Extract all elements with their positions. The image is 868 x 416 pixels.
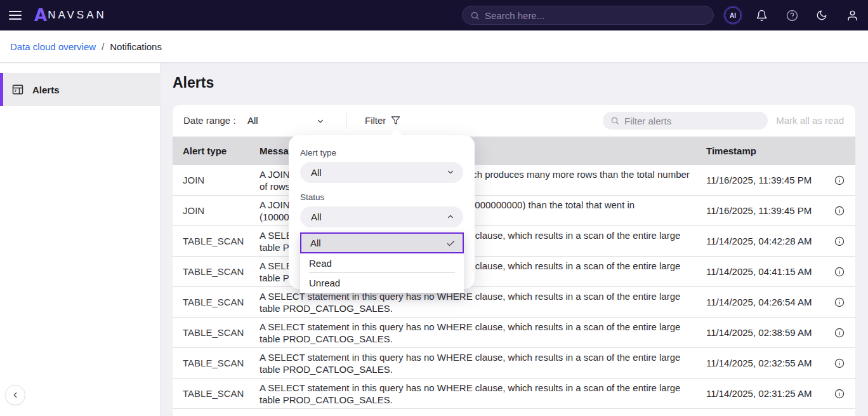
- app-logo[interactable]: A NAVSAN: [34, 0, 107, 30]
- info-icon[interactable]: [834, 358, 845, 368]
- table-row: JOIN A JOIN in this query joins on colum…: [173, 165, 855, 196]
- chevron-down-icon[interactable]: [316, 117, 325, 128]
- table-row: TABLE_SCAN A SELECT statement in this qu…: [173, 257, 855, 287]
- check-icon: [446, 239, 456, 250]
- mark-all-as-read-button[interactable]: Mark all as read: [776, 105, 844, 137]
- alert-timestamp-cell: 11/16/2025, 11:39:45 PM: [706, 165, 812, 196]
- filter-alerts-placeholder: Filter alerts: [624, 116, 671, 126]
- info-icon[interactable]: [834, 328, 845, 338]
- toolbar-divider: [346, 112, 346, 129]
- popup-status-label: Status: [300, 192, 324, 202]
- funnel-icon[interactable]: [391, 116, 400, 128]
- status-option[interactable]: Read: [300, 253, 464, 273]
- table-row: JOIN A JOIN in this query produces many …: [173, 196, 855, 226]
- alert-type-cell: TABLE_SCAN: [183, 379, 244, 409]
- main-content: Alerts Date range : All Filter Filter al…: [161, 63, 868, 416]
- alert-timestamp-cell: 11/14/2025, 04:41:15 AM: [706, 257, 812, 287]
- date-range-select[interactable]: All: [247, 105, 258, 137]
- breadcrumb-separator: /: [102, 41, 104, 52]
- logo-initial: A: [34, 7, 47, 23]
- info-icon[interactable]: [834, 175, 845, 185]
- alert-type-cell: TABLE_SCAN: [183, 226, 244, 257]
- alert-type-cell: TABLE_SCAN: [183, 348, 244, 379]
- page-title: Alerts: [173, 74, 214, 91]
- sidebar-item-label: Alerts: [32, 84, 60, 95]
- popup-alert-type-label: Alert type: [300, 148, 336, 158]
- status-options-listbox: All Read Unread: [300, 232, 464, 293]
- alert-type-cell: TABLE_SCAN: [183, 257, 244, 287]
- menu-icon[interactable]: [9, 9, 23, 22]
- popup-alert-type-select[interactable]: All: [300, 162, 463, 183]
- status-option[interactable]: All: [300, 232, 464, 253]
- alert-message-cell: A SELECT statement in this query has no …: [260, 382, 699, 406]
- top-navbar: A NAVSAN Search here... AI: [0, 0, 868, 30]
- alert-timestamp-cell: 11/14/2025, 04:42:28 AM: [706, 226, 812, 257]
- chevron-up-icon: [446, 212, 455, 224]
- column-header-alert-type: Alert type: [183, 137, 227, 165]
- alert-message-cell: A SELECT statement in this query has no …: [260, 290, 699, 314]
- global-search-placeholder: Search here...: [485, 10, 544, 21]
- info-icon[interactable]: [834, 236, 845, 246]
- popup-status-select[interactable]: All: [300, 206, 463, 227]
- filter-toolbar: Date range : All Filter Filter alerts Ma…: [173, 105, 855, 137]
- ai-assistant-button[interactable]: AI: [725, 7, 741, 23]
- info-icon[interactable]: [834, 267, 845, 277]
- logo-text: NAVSAN: [48, 9, 107, 22]
- search-icon: [470, 11, 480, 20]
- sidebar-collapse-button[interactable]: [5, 385, 25, 405]
- filter-popup: Alert type All Status All All Read: [289, 135, 475, 289]
- search-icon: [610, 116, 619, 125]
- breadcrumb: Data cloud overview / Notifications: [0, 30, 868, 63]
- alert-timestamp-cell: 11/14/2025, 04:26:54 AM: [706, 287, 812, 318]
- global-search-input[interactable]: Search here...: [462, 6, 714, 25]
- notifications-bell-icon[interactable]: [754, 8, 769, 23]
- alert-timestamp-cell: 11/16/2025, 11:39:45 PM: [706, 196, 812, 226]
- alert-type-cell: JOIN: [183, 196, 204, 226]
- column-header-timestamp: Timestamp: [706, 137, 756, 165]
- dark-mode-moon-icon[interactable]: [814, 8, 829, 23]
- breadcrumb-current: Notifications: [110, 41, 162, 52]
- info-icon[interactable]: [834, 206, 845, 216]
- filter-button[interactable]: Filter: [365, 105, 386, 137]
- alert-timestamp-cell: 11/14/2025, 02:31:25 AM: [706, 379, 812, 409]
- alert-type-cell: TABLE_SCAN: [183, 287, 244, 318]
- chevron-down-icon: [446, 168, 455, 179]
- table-row: TABLE_SCAN A SELECT statement in this qu…: [173, 318, 855, 348]
- alerts-panel-icon: [11, 83, 24, 96]
- date-range-label: Date range :: [183, 105, 236, 137]
- app-window: A NAVSAN Search here... AI Data cloud ov…: [0, 0, 868, 416]
- chevron-left-icon: [11, 391, 20, 399]
- breadcrumb-link-data-cloud-overview[interactable]: Data cloud overview: [10, 41, 96, 52]
- table-row: TABLE_SCAN A SELECT statement in this qu…: [173, 379, 855, 409]
- alert-type-cell: TABLE_SCAN: [183, 318, 244, 348]
- info-icon[interactable]: [834, 389, 845, 399]
- sidebar-item-alerts[interactable]: Alerts: [0, 73, 161, 106]
- alerts-table-body: JOIN A JOIN in this query joins on colum…: [173, 165, 855, 409]
- info-icon[interactable]: [834, 297, 845, 307]
- alert-timestamp-cell: 11/14/2025, 02:32:55 AM: [706, 348, 812, 379]
- alerts-card: Date range : All Filter Filter alerts Ma…: [173, 105, 855, 416]
- alert-message-cell: A SELECT statement in this query has no …: [260, 321, 699, 345]
- help-icon[interactable]: [784, 8, 799, 23]
- sidebar: Alerts: [0, 63, 161, 416]
- alert-message-cell: A SELECT statement in this query has no …: [260, 351, 699, 375]
- table-header-row: Alert type Message Timestamp: [173, 137, 855, 165]
- table-row: TABLE_SCAN A SELECT statement in this qu…: [173, 287, 855, 318]
- table-row: TABLE_SCAN A SELECT statement in this qu…: [173, 348, 855, 379]
- filter-alerts-search-input[interactable]: Filter alerts: [603, 112, 768, 130]
- user-profile-icon[interactable]: [845, 8, 860, 23]
- table-row: TABLE_SCAN A SELECT statement in this qu…: [173, 226, 855, 257]
- alert-type-cell: JOIN: [183, 165, 204, 196]
- status-option[interactable]: Unread: [300, 273, 464, 293]
- alert-timestamp-cell: 11/14/2025, 02:38:59 AM: [706, 318, 812, 348]
